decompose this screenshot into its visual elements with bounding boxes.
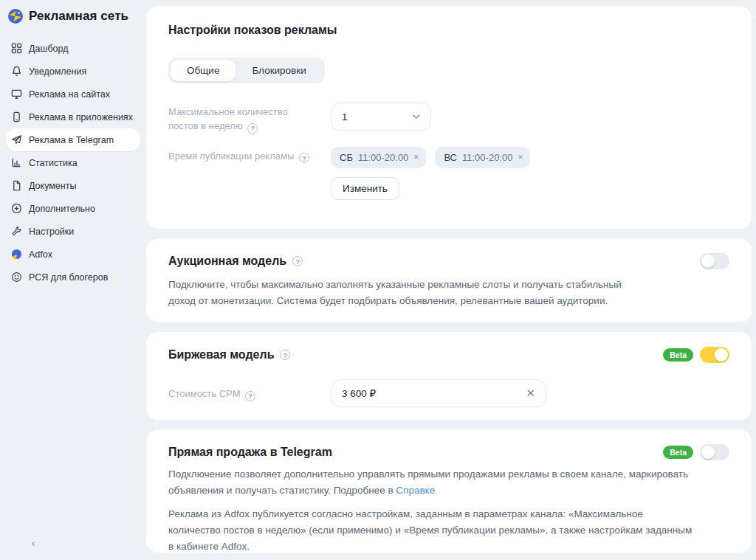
max-posts-select[interactable]: 1 xyxy=(331,103,431,131)
auction-model-card: Аукционная модель ? Подключите, чтобы ма… xyxy=(146,238,752,322)
sidebar-item-documents[interactable]: Документы xyxy=(6,174,140,197)
sidebar-item-additional[interactable]: Дополнительно xyxy=(6,197,140,220)
help-icon[interactable]: ? xyxy=(247,123,258,134)
help-icon[interactable]: ? xyxy=(245,391,255,401)
plus-circle-icon xyxy=(10,203,22,215)
help-icon[interactable]: ? xyxy=(280,350,290,360)
sidebar-nav: Дашборд Уведомления Реклама на сайтах xyxy=(6,37,140,288)
exchange-model-title: Биржевая модель xyxy=(168,348,274,362)
page-title: Настройки показов рекламы xyxy=(168,24,729,37)
dashboard-icon xyxy=(10,43,22,55)
auction-model-description: Подключите, чтобы максимально заполнять … xyxy=(168,277,647,309)
app-brand: Рекламная сеть xyxy=(6,4,140,27)
exchange-model-card: Биржевая модель ? Beta Стоимость CPM ? 3… xyxy=(146,332,752,420)
sidebar-item-label: Реклама в приложениях xyxy=(29,112,133,122)
edit-time-button[interactable]: Изменить xyxy=(331,177,399,200)
time-chip: СБ 11:00-20:00 × xyxy=(331,147,426,168)
sidebar-item-label: Дополнительно xyxy=(29,204,95,214)
sidebar-item-notifications[interactable]: Уведомления xyxy=(6,60,140,83)
max-posts-label: Максимальное количество постов в неделю … xyxy=(168,103,331,134)
max-posts-value: 1 xyxy=(342,111,348,122)
bell-icon xyxy=(10,66,22,77)
yandex-adnetwork-logo-icon xyxy=(7,8,24,24)
chevron-down-icon xyxy=(411,111,422,122)
sidebar-item-label: Реклама в Telegram xyxy=(29,135,114,145)
sidebar-item-label: Реклама на сайтах xyxy=(29,89,110,100)
cpm-input[interactable]: 3 600 ₽ ✕ xyxy=(331,379,546,407)
exchange-model-toggle[interactable] xyxy=(700,347,729,363)
settings-tabs: Общие Блокировки xyxy=(168,58,325,83)
ad-display-settings-card: Настройки показов рекламы Общие Блокиров… xyxy=(146,6,752,229)
tab-blocks[interactable]: Блокировки xyxy=(236,60,322,81)
sidebar: Рекламная сеть Дашборд Уведомления xyxy=(0,0,145,560)
cpm-row: Стоимость CPM ? 3 600 ₽ ✕ xyxy=(168,379,729,407)
sidebar-item-label: Дашборд xyxy=(29,44,69,54)
sidebar-item-label: РСЯ для блогеров xyxy=(29,272,108,283)
chip-remove-icon[interactable]: × xyxy=(518,152,523,162)
cpm-value: 3 600 ₽ xyxy=(342,387,376,399)
cpm-label: Стоимость CPM ? xyxy=(168,379,331,407)
sidebar-item-rsya-bloggers[interactable]: РСЯ для блогеров xyxy=(6,266,140,288)
help-icon[interactable]: ? xyxy=(292,256,303,266)
app-title: Рекламная сеть xyxy=(29,9,128,24)
auction-model-title: Аукционная модель xyxy=(168,255,286,268)
wrench-icon xyxy=(10,226,22,238)
help-link[interactable]: Справке xyxy=(396,485,435,496)
phone-icon xyxy=(10,111,22,123)
tab-general[interactable]: Общие xyxy=(171,60,236,81)
telegram-icon xyxy=(10,134,22,146)
adfox-icon xyxy=(10,249,22,260)
max-posts-row: Максимальное количество постов в неделю … xyxy=(168,103,729,134)
beta-badge: Beta xyxy=(663,348,693,362)
document-icon xyxy=(10,180,22,192)
sidebar-item-settings[interactable]: Настройки xyxy=(6,220,140,243)
beta-badge: Beta xyxy=(663,446,693,460)
bar-chart-icon xyxy=(10,157,22,169)
smiley-icon xyxy=(10,272,22,283)
chip-remove-icon[interactable]: × xyxy=(413,152,419,162)
direct-sale-title: Прямая продажа в Telegram xyxy=(168,446,332,459)
sidebar-item-label: Adfox xyxy=(29,249,52,260)
publish-time-row: Время публикации рекламы ? СБ 11:00-20:0… xyxy=(168,147,729,200)
sidebar-collapse-button[interactable]: ‹ xyxy=(27,536,40,550)
sidebar-item-dashboard[interactable]: Дашборд xyxy=(6,37,140,60)
sidebar-item-label: Уведомления xyxy=(29,66,86,77)
publish-time-label: Время публикации рекламы ? xyxy=(168,147,331,200)
sidebar-item-label: Статистика xyxy=(29,158,78,168)
direct-sale-note: Реклама из Adfox публикуется согласно на… xyxy=(168,506,694,555)
chevron-left-icon: ‹ xyxy=(32,536,35,549)
sidebar-item-adfox[interactable]: Adfox xyxy=(6,243,140,266)
clear-icon[interactable]: ✕ xyxy=(526,387,535,400)
sidebar-item-ads-in-apps[interactable]: Реклама в приложениях xyxy=(6,106,140,128)
sidebar-item-label: Документы xyxy=(29,181,76,191)
direct-sale-card: Прямая продажа в Telegram Beta Подключен… xyxy=(146,429,752,553)
sidebar-item-ads-in-telegram[interactable]: Реклама в Telegram xyxy=(6,128,140,151)
sidebar-item-label: Настройки xyxy=(29,227,74,237)
monitor-icon xyxy=(10,89,22,100)
sidebar-item-statistics[interactable]: Статистика xyxy=(6,151,140,174)
help-icon[interactable]: ? xyxy=(299,153,309,163)
auction-model-toggle[interactable] xyxy=(700,253,729,269)
direct-sale-description: Подключение позволяет дополнительно упра… xyxy=(168,466,694,499)
main-content: Настройки показов рекламы Общие Блокиров… xyxy=(146,6,752,560)
sidebar-item-ads-on-sites[interactable]: Реклама на сайтах xyxy=(6,83,140,106)
direct-sale-toggle[interactable] xyxy=(700,444,729,460)
time-chip: ВС 11:00-20:00 × xyxy=(435,147,530,168)
